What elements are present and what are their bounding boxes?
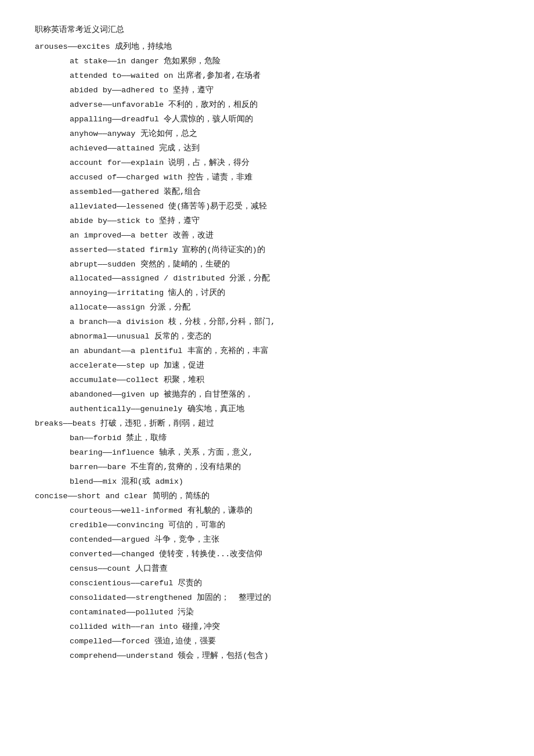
vocabulary-entry: compelled——forced 强迫,迫使，强要 bbox=[70, 635, 499, 649]
vocabulary-entry: annoying——irritating 恼人的，讨厌的 bbox=[70, 286, 499, 301]
vocabulary-entry: credible——convincing 可信的，可靠的 bbox=[70, 519, 499, 533]
vocabulary-entry: abided by——adhered to 坚持，遵守 bbox=[70, 84, 499, 98]
vocabulary-entry: accused of——charged with 控告，谴责，非难 bbox=[70, 171, 499, 185]
vocabulary-entry: achieved——attained 完成，达到 bbox=[70, 142, 499, 156]
vocabulary-entry: abandoned——given up 被抛弃的，自甘堕落的， bbox=[70, 388, 499, 402]
vocabulary-entry: courteous——well-informed 有礼貌的，谦恭的 bbox=[70, 504, 499, 519]
vocabulary-entry: an improved——a better 改善，改进 bbox=[70, 229, 499, 243]
vocabulary-entry: accelerate——step up 加速，促进 bbox=[70, 359, 499, 373]
vocabulary-entry: census——count 人口普查 bbox=[70, 562, 499, 577]
vocabulary-entry: allocated——assigned / distributed 分派，分配 bbox=[70, 272, 499, 286]
vocabulary-entry: converted——changed 使转变，转换使...改变信仰 bbox=[70, 548, 499, 562]
vocabulary-entry: ban——forbid 禁止，取缔 bbox=[70, 431, 499, 446]
vocabulary-entry: appalling——dreadful 令人震惊的，骇人听闻的 bbox=[70, 113, 499, 127]
page-container: 职称英语常考近义词汇总 arouses——excites 成列地，持续地at s… bbox=[35, 23, 499, 664]
vocabulary-entry: account for——explain 说明，占，解决，得分 bbox=[70, 156, 499, 171]
vocabulary-entry: assembled——gathered 装配,组合 bbox=[70, 185, 499, 200]
vocabulary-entry: contended——argued 斗争，竞争，主张 bbox=[70, 533, 499, 548]
vocabulary-entry: abnormal——unusual 反常的，变态的 bbox=[70, 330, 499, 344]
vocabulary-entry: concise——short and clear 简明的，简练的 bbox=[35, 489, 499, 504]
vocabulary-entry: abrupt——sudden 突然的，陡峭的，生硬的 bbox=[70, 258, 499, 272]
vocabulary-entry: a branch——a division 枝，分枝，分部,分科，部门, bbox=[70, 315, 499, 330]
vocabulary-entry: comprehend——understand 领会，理解，包括(包含) bbox=[70, 649, 499, 664]
vocabulary-entry: barren——bare 不生育的,贫瘠的，没有结果的 bbox=[70, 460, 499, 475]
vocabulary-entry: collided with——ran into 碰撞,冲突 bbox=[70, 620, 499, 635]
vocabulary-entry: arouses——excites 成列地，持续地 bbox=[35, 40, 499, 55]
vocabulary-entry: breaks——beats 打破，违犯，折断，削弱，超过 bbox=[35, 417, 499, 431]
vocabulary-entry: bearing——influence 轴承，关系，方面，意义, bbox=[70, 446, 499, 460]
page-title: 职称英语常考近义词汇总 bbox=[35, 23, 499, 38]
vocabulary-entry: abide by——stick to 坚持，遵守 bbox=[70, 214, 499, 229]
vocabulary-entry: an abundant——a plentiful 丰富的，充裕的，丰富 bbox=[70, 344, 499, 359]
vocabulary-entry: conscientious——careful 尽责的 bbox=[70, 577, 499, 591]
vocabulary-entry: at stake——in danger 危如累卵，危险 bbox=[70, 55, 499, 69]
vocabulary-entry: contaminated——polluted 污染 bbox=[70, 606, 499, 620]
vocabulary-entry: anyhow——anyway 无论如何，总之 bbox=[70, 127, 499, 142]
vocabulary-entry: accumulate——collect 积聚，堆积 bbox=[70, 373, 499, 388]
vocabulary-entry: blend——mix 混和(或 admix) bbox=[70, 475, 499, 489]
vocabulary-entry: alleviated——lessened 使(痛苦等)易于忍受，减轻 bbox=[70, 200, 499, 214]
vocabulary-entry: allocate——assign 分派，分配 bbox=[70, 301, 499, 315]
vocabulary-entry: consolidated——strengthened 加固的； 整理过的 bbox=[70, 591, 499, 606]
vocabulary-entry: adverse——unfavorable 不利的，敌对的，相反的 bbox=[70, 98, 499, 113]
vocabulary-entry: attended to——waited on 出席者,参加者,在场者 bbox=[70, 69, 499, 84]
vocabulary-entry: authentically——genuinely 确实地，真正地 bbox=[70, 402, 499, 417]
vocabulary-entry: asserted——stated firmly 宣称的(尚待证实的)的 bbox=[70, 243, 499, 258]
